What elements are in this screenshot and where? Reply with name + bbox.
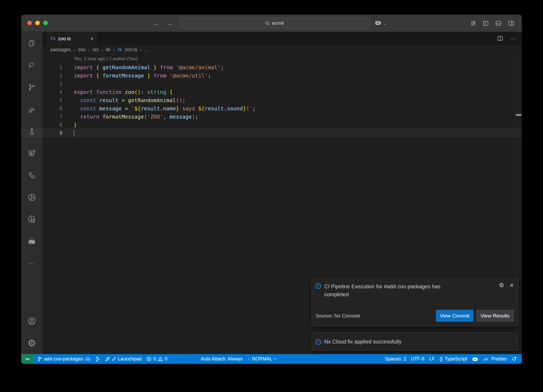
blame-annotation: You, 1 hour ago | 1 author (You) [21,54,522,63]
branch-name: add-zoo-packages [44,356,83,362]
line-number: 1 [21,64,62,70]
chevron-down-icon: ⌄ [383,21,387,26]
gitlens-inspect-icon[interactable] [21,208,42,230]
chevron-right-icon: › [140,47,142,53]
vim-mode-status[interactable]: -- NORMAL -- [245,354,279,364]
nav-forward-button[interactable]: → [167,20,173,27]
code-line[interactable]: 4export function zoo(): string { [21,88,522,96]
line-content: return formatMessage('ZOO', message); [62,114,198,120]
pipeline-icon [95,356,100,362]
breadcrumb-item[interactable]: lib [106,47,111,53]
customize-layout-icon[interactable] [470,20,476,27]
code-line[interactable]: 3 [21,80,522,88]
breadcrumb-item[interactable]: src [93,47,99,53]
line-content: } [62,122,77,128]
line-content: export function zoo(): string { [62,89,173,95]
chevron-right-icon: › [88,47,90,53]
auto-attach-status[interactable]: Auto Attach: Always [198,354,245,364]
desktop: ← → acme ⌄ [0,0,543,392]
minimize-button[interactable] [35,21,40,25]
copilot-menu[interactable]: ⌄ [375,15,387,32]
view-commit-button[interactable]: View Commit [436,310,474,322]
code-line[interactable]: 6 const message = `${result.name} says $… [21,104,522,112]
line-content: import { formatMessage } from '@acme/uti… [62,72,211,79]
accounts-icon[interactable] [21,310,42,332]
formatter-status[interactable]: Prettier [481,354,509,364]
nav-back-button[interactable]: ← [153,20,160,27]
split-editor-icon[interactable] [497,35,503,42]
tab-bar: TS zoo.ts × ⋯ [42,32,522,45]
code-line[interactable]: 2import { formatMessage } from '@acme/ut… [21,71,522,80]
notification-settings-icon[interactable]: ⚙ [499,282,504,288]
remote-indicator[interactable]: >< [21,354,33,364]
launchpad-status[interactable]: Launchpad [102,354,144,364]
line-number: 6 [21,106,62,111]
copilot-icon [472,356,478,362]
toggle-secondary-sidebar-icon[interactable] [508,20,514,27]
breadcrumb-item[interactable]: zoo [78,47,85,53]
editor-more-actions-icon[interactable]: ⋯ [510,36,516,42]
settings-gear-icon[interactable]: ⚙ [21,332,42,354]
line-number: 9 [21,130,62,136]
notification-source: Source: Nx Console [316,313,360,319]
line-content: import { getRandomAnimal } from '@acme/a… [62,64,224,71]
copilot-status[interactable] [470,354,481,364]
launchpad-label: Launchpad [118,356,142,362]
gitlens-icon[interactable] [21,186,42,208]
notifications-bell[interactable] [509,354,519,364]
vscode-window: ← → acme ⌄ [21,15,522,364]
line-number: 3 [21,81,62,86]
problems-status[interactable]: 0 0 [144,354,170,364]
rocket-icon [105,356,110,362]
encoding-status[interactable]: UTF-8 [409,354,427,364]
notification-message: CI Pipeline Execution for #add-zoo-packa… [324,282,454,298]
zoom-button[interactable] [43,21,48,25]
toggle-primary-sidebar-icon[interactable] [483,20,489,27]
chevron-right-icon: › [73,47,75,53]
pipeline-status[interactable] [93,354,102,364]
typescript-file-icon: TS [117,48,122,52]
chevron-right-icon: › [113,47,115,53]
additional-views-icon[interactable]: ⋯ [21,252,42,274]
tab-label: zoo.ts [58,36,71,42]
view-results-button[interactable]: View Results [476,310,514,322]
close-button[interactable] [27,21,32,25]
search-icon [265,21,270,25]
code-line[interactable]: 5 const result = getRandomAnimal(); [21,96,522,104]
extensions-icon[interactable] [21,142,42,164]
tab-zoo-ts[interactable]: TS zoo.ts × [47,32,97,45]
code-line[interactable]: 8} [21,121,522,129]
chevron-right-icon: › [102,47,103,53]
indentation-status[interactable]: Spaces: 2 [383,354,409,364]
error-icon [146,356,151,361]
bell-dot-icon [511,356,517,362]
code-editor[interactable]: You, 1 hour ago | 1 author (You) 1import… [21,54,522,137]
edge-tools-icon[interactable] [21,230,42,252]
copilot-icon [375,20,382,27]
code-lines: 1import { getRandomAnimal } from '@acme/… [21,63,522,137]
toggle-panel-icon[interactable] [495,20,502,27]
cloud-upload-icon [85,357,91,361]
breadcrumb: packages › zoo › src › lib › TS zoo.ts ›… [42,45,522,54]
title-bar: ← → acme ⌄ [21,15,522,32]
commit-icon [112,357,116,361]
code-line[interactable]: 1import { getRandomAnimal } from '@acme/… [21,63,522,71]
breadcrumb-symbol-more[interactable]: … [144,47,149,53]
explorer-icon[interactable] [21,32,42,54]
code-line[interactable]: 9 [21,129,522,137]
line-number: 5 [21,97,62,103]
command-center-search[interactable]: acme [179,18,370,29]
line-content [62,130,74,137]
eol-status[interactable]: LF [427,354,437,364]
info-icon: i [316,283,321,289]
tab-close-icon[interactable]: × [90,36,93,42]
breadcrumb-file[interactable]: zoo.ts [125,47,137,53]
code-line[interactable]: 7 return formatMessage('ZOO', message); [21,112,522,121]
project-hierarchy-icon[interactable] [21,164,42,186]
line-number: 7 [21,114,62,119]
breadcrumb-item[interactable]: packages [50,47,71,53]
language-status[interactable]: {} TypeScript [437,354,470,364]
notification-close-icon[interactable]: ✕ [509,283,514,288]
command-center-value: acme [272,20,284,26]
git-branch-status[interactable]: add-zoo-packages [35,354,93,364]
